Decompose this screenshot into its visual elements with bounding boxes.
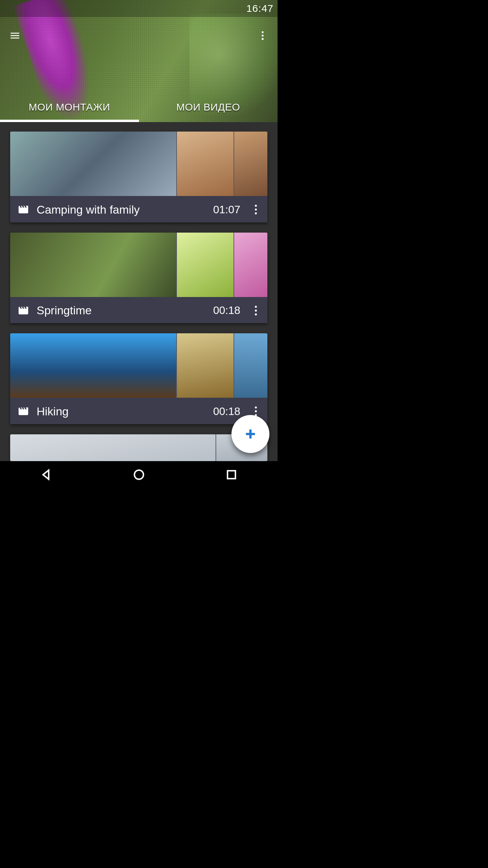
project-card[interactable]: Springtime 00:18 <box>10 233 267 323</box>
status-time: 16:47 <box>246 3 273 14</box>
app-bar <box>0 17 278 54</box>
add-button[interactable] <box>231 415 269 453</box>
svg-point-3 <box>255 205 257 207</box>
nav-recent-icon[interactable] <box>223 467 240 483</box>
tab-my-montages[interactable]: МОИ МОНТАЖИ <box>0 92 139 122</box>
project-title: Hiking <box>37 405 207 418</box>
nav-back-icon[interactable] <box>38 467 55 483</box>
clapperboard-icon <box>16 303 30 318</box>
header-hero: 16:47 МОИ МОНТАЖИ МОИ ВИДЕО <box>0 0 278 122</box>
svg-point-1 <box>262 35 264 37</box>
project-duration: 00:18 <box>213 304 240 317</box>
tab-label: МОИ МОНТАЖИ <box>29 101 110 113</box>
clapperboard-icon <box>16 202 30 217</box>
svg-point-5 <box>255 212 257 214</box>
svg-point-8 <box>255 313 257 315</box>
project-duration: 01:07 <box>213 203 240 216</box>
project-thumb-strip <box>10 333 267 398</box>
svg-point-7 <box>255 310 257 312</box>
more-vert-icon[interactable] <box>255 28 270 43</box>
menu-icon[interactable] <box>7 28 22 43</box>
project-title: Springtime <box>37 304 207 317</box>
nav-home-icon[interactable] <box>131 467 147 483</box>
svg-point-6 <box>255 305 257 308</box>
project-more-icon[interactable] <box>248 303 263 318</box>
tab-label: МОИ ВИДЕО <box>176 101 240 113</box>
project-card[interactable]: Hiking 00:18 <box>10 333 267 424</box>
project-thumb-strip <box>10 233 267 297</box>
svg-rect-13 <box>227 471 235 478</box>
project-info-bar: Camping with family 01:07 <box>10 196 267 222</box>
project-info-bar: Springtime 00:18 <box>10 297 267 323</box>
tab-my-videos[interactable]: МОИ ВИДЕО <box>139 92 278 122</box>
project-card[interactable] <box>10 434 267 461</box>
svg-point-4 <box>255 209 257 211</box>
tab-bar: МОИ МОНТАЖИ МОИ ВИДЕО <box>0 92 278 122</box>
project-title: Camping with family <box>37 203 207 216</box>
clapperboard-icon <box>16 404 30 418</box>
svg-point-0 <box>262 31 264 33</box>
project-more-icon[interactable] <box>248 202 263 217</box>
project-info-bar: Hiking 00:18 <box>10 398 267 424</box>
project-thumb-strip <box>10 434 267 461</box>
project-duration: 00:18 <box>213 405 240 418</box>
project-card[interactable]: Camping with family 01:07 <box>10 132 267 222</box>
system-nav-bar <box>0 461 278 488</box>
svg-point-10 <box>255 410 257 412</box>
svg-point-12 <box>134 470 143 479</box>
add-icon <box>244 427 257 441</box>
project-list[interactable]: Camping with family 01:07 Springtime 00:… <box>0 122 278 461</box>
project-thumb-strip <box>10 132 267 196</box>
svg-point-2 <box>262 38 264 40</box>
svg-point-9 <box>255 407 257 409</box>
status-bar: 16:47 <box>0 0 278 17</box>
